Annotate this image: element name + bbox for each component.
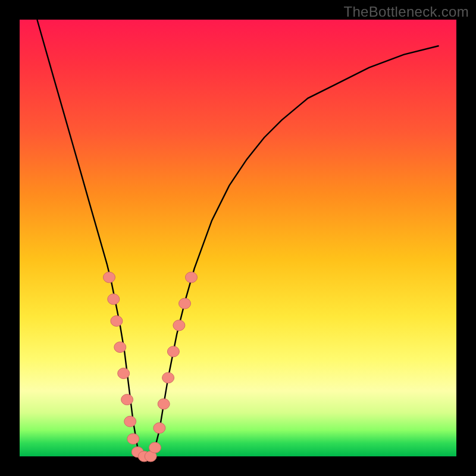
marker-dot <box>114 342 126 353</box>
marker-dot <box>149 442 161 453</box>
marker-dot <box>167 346 179 357</box>
marker-dot <box>179 298 191 309</box>
highlighted-points <box>104 272 198 462</box>
marker-dot <box>186 272 198 283</box>
marker-dot <box>108 294 120 305</box>
marker-dot <box>162 372 174 383</box>
curve-svg <box>20 20 456 456</box>
marker-dot <box>124 416 136 427</box>
marker-dot <box>158 399 170 409</box>
marker-dot <box>154 422 165 433</box>
plot-area <box>20 20 456 456</box>
marker-dot <box>173 320 185 331</box>
marker-dot <box>127 434 139 444</box>
bottleneck-curve <box>37 20 439 456</box>
marker-dot <box>118 368 130 379</box>
marker-dot <box>104 272 115 283</box>
marker-dot <box>121 394 133 405</box>
marker-dot <box>111 316 123 327</box>
chart-frame: TheBottleneck.com <box>0 0 476 476</box>
watermark-text: TheBottleneck.com <box>343 4 469 20</box>
